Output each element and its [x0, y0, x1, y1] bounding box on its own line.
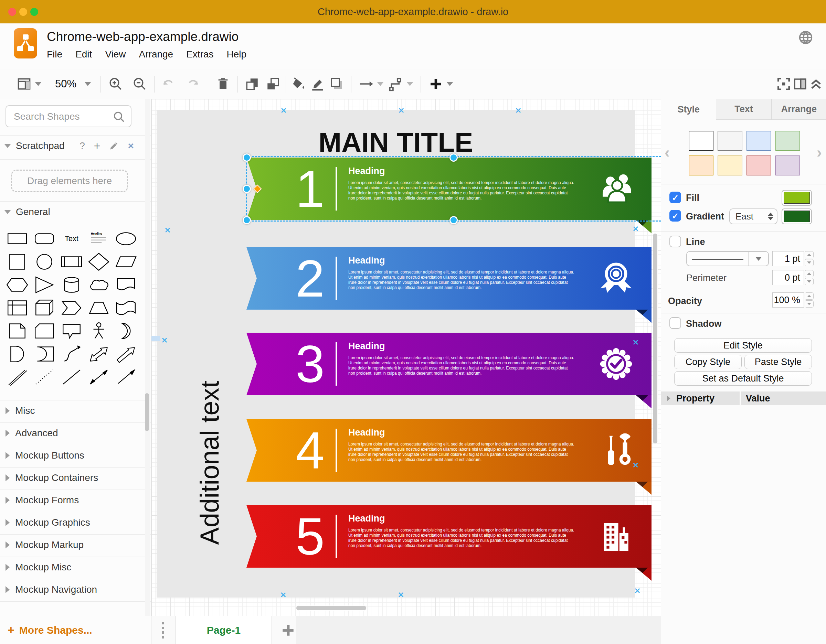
sidebar-section-misc[interactable]: Misc	[0, 400, 146, 421]
shape-hexagon-icon[interactable]	[3, 273, 31, 296]
line-width-stepper[interactable]	[805, 251, 814, 266]
property-column-header[interactable]: Property	[661, 392, 740, 405]
line-color-button[interactable]	[311, 77, 325, 91]
menu-arrange[interactable]: Arrange	[139, 49, 174, 60]
shape-square-icon[interactable]	[3, 250, 31, 273]
scratchpad-edit-icon[interactable]	[109, 141, 119, 151]
shape-or-icon[interactable]	[112, 319, 140, 342]
search-shapes-box[interactable]: Search Shapes	[6, 105, 132, 127]
selection-handle-middle-left[interactable]	[243, 185, 251, 193]
style-preset-red[interactable]	[747, 155, 771, 175]
shape-text-icon[interactable]: Text	[58, 227, 85, 250]
shape-ellipse-icon[interactable]	[112, 227, 140, 250]
shape-process-icon[interactable]	[58, 250, 85, 273]
shape-curve-icon[interactable]	[58, 342, 85, 365]
infographic-banner-3[interactable]: 3 Heading Lorem ipsum dolor sit amet, co…	[247, 333, 652, 395]
opacity-input[interactable]: 100 %	[772, 293, 804, 308]
menu-extras[interactable]: Extras	[186, 49, 213, 60]
tab-page-1[interactable]: Page-1	[175, 616, 272, 644]
diagram-side-text[interactable]: Additional text	[194, 381, 224, 545]
opacity-stepper[interactable]	[805, 293, 814, 308]
view-layout-button[interactable]	[17, 76, 41, 91]
infographic-banner-5[interactable]: 5 Heading Lorem ipsum dolor sit amet, co…	[247, 505, 652, 568]
set-default-style-button[interactable]: Set as Default Style	[674, 371, 812, 385]
fullscreen-button[interactable]	[776, 77, 791, 91]
line-width-input[interactable]: 1 pt	[772, 251, 804, 266]
zoom-out-button[interactable]	[132, 77, 147, 91]
perimeter-input[interactable]: 0 pt	[772, 270, 804, 285]
gradient-color-swatch[interactable]	[782, 209, 812, 224]
search-input[interactable]: Search Shapes	[14, 111, 79, 122]
fill-color-swatch[interactable]	[782, 190, 812, 206]
presets-prev-icon[interactable]: ‹	[665, 144, 670, 161]
style-preset-purple[interactable]	[775, 155, 800, 175]
shape-rounded-rectangle-icon[interactable]	[31, 227, 58, 250]
add-page-button[interactable]	[281, 623, 295, 639]
selection-handle-bottom-center[interactable]	[449, 216, 458, 224]
sidebar-section-mockup-forms[interactable]: Mockup Forms	[0, 489, 146, 511]
shape-triangle-icon[interactable]	[31, 273, 58, 296]
presets-next-icon[interactable]: ›	[817, 144, 822, 161]
sidebar-section-mockup-containers[interactable]: Mockup Containers	[0, 467, 146, 489]
shape-tape-icon[interactable]	[112, 296, 140, 319]
shape-callout-icon[interactable]	[58, 319, 85, 342]
sidebar-section-mockup-navigation[interactable]: Mockup Navigation	[0, 579, 146, 600]
shape-rectangle-icon[interactable]	[3, 227, 31, 250]
format-panel-toggle-button[interactable]	[793, 77, 807, 91]
scratchpad-close-icon[interactable]: ×	[128, 140, 134, 152]
shape-step-icon[interactable]	[58, 296, 85, 319]
scratchpad-help-icon[interactable]: ?	[79, 140, 85, 152]
selection-handle-bottom-left[interactable]	[243, 216, 251, 224]
shape-bidirectional-arrow-icon[interactable]	[85, 342, 112, 365]
insert-button[interactable]	[429, 77, 453, 91]
selection-handle-top-center[interactable]	[449, 153, 458, 162]
collapse-toolbar-button[interactable]	[809, 77, 823, 91]
shape-cloud-icon[interactable]	[85, 273, 112, 296]
zoom-level-dropdown[interactable]: 50%	[55, 78, 91, 90]
style-preset-green[interactable]	[775, 131, 800, 151]
infographic-banner-2[interactable]: 2 Heading Lorem ipsum dolor sit amet, co…	[247, 247, 652, 310]
line-style-dropdown[interactable]	[686, 251, 769, 266]
delete-button[interactable]	[216, 77, 230, 91]
style-preset-gray[interactable]	[717, 131, 742, 151]
shadow-checkbox[interactable]	[669, 317, 681, 329]
zoom-in-button[interactable]	[109, 77, 123, 91]
diagram-canvas[interactable]: MAIN TITLE Additional text 1 Heading Lor…	[151, 99, 661, 616]
infographic-banner-1[interactable]: 1 Heading Lorem ipsum dolor sit amet, co…	[247, 158, 652, 220]
connection-style-button[interactable]	[359, 77, 384, 91]
shape-arrow-icon[interactable]	[112, 342, 140, 365]
scratchpad-add-icon[interactable]: +	[94, 140, 101, 152]
diagram-main-title[interactable]: MAIN TITLE	[157, 127, 635, 158]
sidebar-section-advanced[interactable]: Advanced	[0, 423, 146, 444]
canvas-horizontal-scrollbar[interactable]	[296, 605, 366, 611]
value-column-header[interactable]: Value	[741, 392, 826, 405]
perimeter-stepper[interactable]	[805, 270, 814, 285]
shape-textbox-icon[interactable]: Heading	[85, 227, 112, 250]
line-checkbox[interactable]	[669, 236, 681, 247]
tab-text[interactable]: Text	[716, 99, 771, 120]
sidebar-section-mockup-markup[interactable]: Mockup Markup	[0, 534, 146, 556]
undo-button[interactable]	[161, 77, 175, 91]
scratchpad-dropzone[interactable]: Drag elements here	[11, 170, 128, 192]
fill-color-button[interactable]	[292, 77, 306, 91]
shape-document-icon[interactable]	[112, 273, 140, 296]
shape-cylinder-icon[interactable]	[58, 273, 85, 296]
pages-menu-icon[interactable]	[161, 622, 165, 638]
sidebar-section-mockup-misc[interactable]: Mockup Misc	[0, 557, 146, 578]
shape-data-storage-icon[interactable]	[31, 342, 58, 365]
style-preset-yellow[interactable]	[717, 155, 742, 175]
sidebar-section-mockup-graphics[interactable]: Mockup Graphics	[0, 512, 146, 533]
sidebar-scrollbar[interactable]	[145, 99, 151, 616]
shadow-button[interactable]	[330, 77, 344, 91]
shape-internal-storage-icon[interactable]	[3, 296, 31, 319]
shape-and-icon[interactable]	[3, 342, 31, 365]
shape-bidirectional-connector-icon[interactable]	[85, 365, 112, 389]
redo-button[interactable]	[186, 77, 200, 91]
shape-actor-icon[interactable]	[85, 319, 112, 342]
tab-style[interactable]: Style	[661, 99, 716, 120]
shape-trapezoid-icon[interactable]	[85, 296, 112, 319]
menu-view[interactable]: View	[105, 49, 126, 60]
shape-dotted-line-icon[interactable]	[31, 365, 58, 389]
to-back-button[interactable]	[266, 77, 280, 91]
shape-cube-icon[interactable]	[31, 296, 58, 319]
